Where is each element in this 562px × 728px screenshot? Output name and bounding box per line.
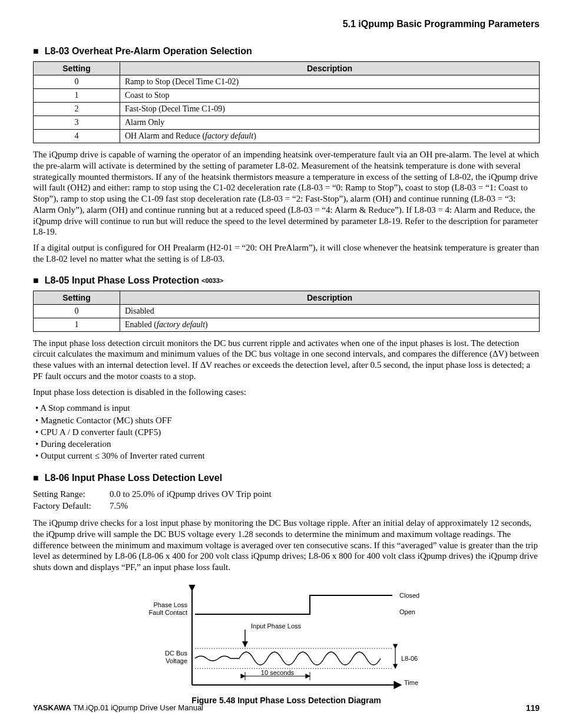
square-bullet-icon: ■	[33, 275, 39, 286]
table-row: 3Alarm Only	[34, 116, 540, 130]
col-description: Description	[120, 62, 540, 75]
list-item: A Stop command is input	[44, 402, 540, 414]
table-row: 0Ramp to Stop (Decel Time C1-02)	[34, 75, 540, 89]
list-item: Magnetic Contactor (MC) shuts OFF	[44, 414, 540, 426]
page-header: 5.1 iQpump Basic Programming Parameters	[33, 19, 540, 29]
param-tag: <0033>	[201, 277, 223, 284]
svg-text:DC Bus: DC Bus	[165, 650, 187, 657]
svg-text:Input Phase Loss: Input Phase Loss	[251, 622, 302, 630]
svg-text:Time: Time	[404, 679, 418, 686]
section-title: L8-03 Overheat Pre-Alarm Operation Selec…	[45, 46, 252, 57]
setting-range: Setting Range:0.0 to 25.0% of iQpump dri…	[33, 488, 540, 512]
svg-text:Fault Contact: Fault Contact	[149, 609, 187, 616]
paragraph: Input phase loss detection is disabled i…	[33, 387, 540, 398]
figure-diagram: Phase Loss Fault Contact Closed Open Inp…	[133, 585, 439, 691]
table-row: 1 Enabled (factory default)	[34, 318, 540, 331]
square-bullet-icon: ■	[33, 473, 39, 483]
list-item: During deceleration	[44, 438, 540, 450]
svg-text:L8-06: L8-06	[401, 655, 418, 662]
page-footer: YASKAWA TM.iQp.01 iQpump Drive User Manu…	[33, 703, 540, 713]
svg-text:Closed: Closed	[399, 592, 419, 599]
svg-text:10 seconds: 10 seconds	[261, 669, 295, 676]
section-title: L8-05 Input Phase Loss Protection	[45, 275, 199, 286]
svg-text:Phase Loss: Phase Loss	[154, 601, 188, 608]
section-heading-l8-06: ■ L8-06 Input Phase Loss Detection Level	[33, 473, 540, 483]
svg-text:Voltage: Voltage	[166, 657, 187, 664]
paragraph: If a digital output is configured for OH…	[33, 242, 540, 265]
paragraph: The input phase loss detection circuit m…	[33, 338, 540, 382]
table-row: 2Fast-Stop (Decel Time C1-09)	[34, 103, 540, 116]
page-number: 119	[526, 703, 540, 713]
col-setting: Setting	[34, 62, 120, 75]
section-title: L8-06 Input Phase Loss Detection Level	[45, 473, 222, 483]
col-description: Description	[120, 291, 540, 304]
section-heading-l8-03: ■ L8-03 Overheat Pre-Alarm Operation Sel…	[33, 46, 540, 57]
paragraph: The iQpump drive is capable of warning t…	[33, 149, 540, 238]
table-row: 0Disabled	[34, 304, 540, 318]
table-row: 1Coast to Stop	[34, 89, 540, 103]
table-row: 4 OH Alarm and Reduce (factory default)	[34, 130, 540, 143]
paragraph: The iQpump drive checks for a lost input…	[33, 518, 540, 573]
list-item: CPU A / D converter fault (CPF5)	[44, 426, 540, 438]
col-setting: Setting	[34, 291, 120, 304]
svg-text:Open: Open	[399, 608, 415, 615]
bullet-list: A Stop command is input Magnetic Contact…	[33, 402, 540, 462]
table-l8-03: Setting Description 0Ramp to Stop (Decel…	[33, 61, 540, 143]
section-heading-l8-05: ■ L8-05 Input Phase Loss Protection <003…	[33, 275, 540, 286]
square-bullet-icon: ■	[33, 46, 39, 57]
table-l8-05: Setting Description 0Disabled 1 Enabled …	[33, 291, 540, 332]
list-item: Output current ≤ 30% of Inverter rated c…	[44, 450, 540, 462]
